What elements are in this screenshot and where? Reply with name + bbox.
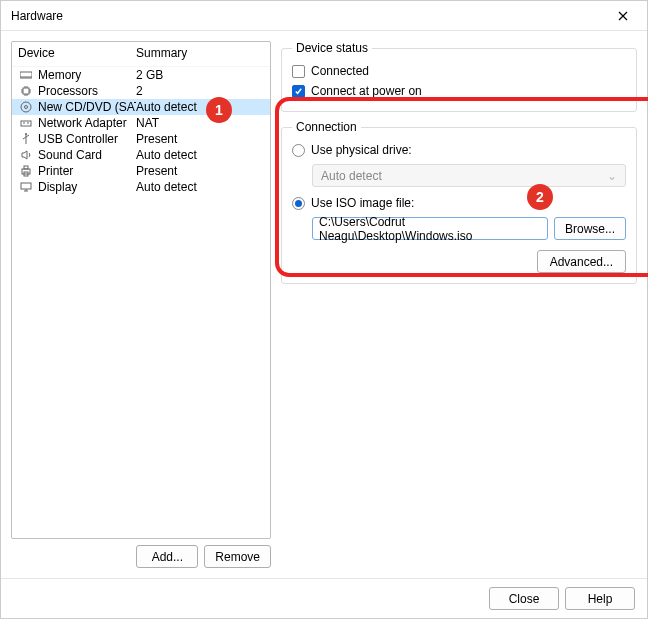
list-header: Device Summary [12,42,270,67]
close-button[interactable]: Close [489,587,559,610]
bottom-bar: Close Help [1,578,647,618]
row-memory[interactable]: Memory 2 GB [12,67,270,83]
usb-icon [18,131,34,147]
use-iso-label: Use ISO image file: [311,196,414,210]
device-summary: Present [136,132,264,146]
svg-rect-7 [24,166,28,169]
row-network[interactable]: Network Adapter NAT [12,115,270,131]
connected-label: Connected [311,64,369,78]
svg-rect-9 [21,183,31,189]
device-summary: NAT [136,116,264,130]
col-device-header: Device [18,46,136,60]
physical-drive-select: Auto detect ⌄ [312,164,626,187]
disc-icon [18,99,34,115]
dialog-content: Device Summary Memory 2 GB Processors 2 [1,31,647,578]
printer-icon [18,163,34,179]
device-summary: 2 GB [136,68,264,82]
iso-path-input[interactable]: C:\Users\Codrut Neagu\Desktop\Windows.is… [312,217,548,240]
device-label: Processors [38,84,136,98]
use-iso-row[interactable]: Use ISO image file: [292,193,626,213]
device-label: New CD/DVD (SATA) [38,100,136,114]
device-label: Network Adapter [38,116,136,130]
chevron-down-icon: ⌄ [607,169,617,183]
right-pane: Device status Connected Connect at power… [281,41,637,568]
left-buttons: Add... Remove [11,545,271,568]
svg-rect-1 [23,88,29,94]
close-icon[interactable] [603,2,643,30]
checkbox-unchecked-icon[interactable] [292,65,305,78]
physical-drive-row[interactable]: Use physical drive: [292,140,626,160]
list-body: Memory 2 GB Processors 2 New CD/DVD (SAT… [12,67,270,195]
left-pane: Device Summary Memory 2 GB Processors 2 [11,41,271,568]
svg-point-3 [25,106,28,109]
row-display[interactable]: Display Auto detect [12,179,270,195]
svg-point-5 [25,133,27,135]
device-list: Device Summary Memory 2 GB Processors 2 [11,41,271,539]
checkbox-checked-icon[interactable] [292,85,305,98]
row-processors[interactable]: Processors 2 [12,83,270,99]
svg-rect-0 [20,72,32,77]
connection-group: Connection Use physical drive: Auto dete… [281,120,637,284]
row-usb[interactable]: USB Controller Present [12,131,270,147]
iso-path-value: C:\Users\Codrut Neagu\Desktop\Windows.is… [319,215,541,243]
browse-button[interactable]: Browse... [554,217,626,240]
hardware-dialog: Hardware Device Summary Memory 2 GB [0,0,648,619]
remove-button[interactable]: Remove [204,545,271,568]
help-button[interactable]: Help [565,587,635,610]
advanced-row: Advanced... [292,250,626,273]
svg-point-2 [21,102,31,112]
row-sound[interactable]: Sound Card Auto detect [12,147,270,163]
device-label: Memory [38,68,136,82]
col-summary-header: Summary [136,46,264,60]
row-printer[interactable]: Printer Present [12,163,270,179]
device-status-group: Device status Connected Connect at power… [281,41,637,112]
titlebar: Hardware [1,1,647,31]
poweron-row[interactable]: Connect at power on [292,81,626,101]
radio-checked-icon[interactable] [292,197,305,210]
device-label: Display [38,180,136,194]
radio-unchecked-icon[interactable] [292,144,305,157]
device-label: USB Controller [38,132,136,146]
connection-legend: Connection [292,120,361,134]
display-icon [18,179,34,195]
drive-select-value: Auto detect [321,169,382,183]
add-button[interactable]: Add... [136,545,198,568]
device-status-legend: Device status [292,41,372,55]
memory-icon [18,67,34,83]
window-title: Hardware [11,9,63,23]
poweron-label: Connect at power on [311,84,422,98]
svg-rect-4 [21,121,31,126]
physical-drive-label: Use physical drive: [311,143,412,157]
iso-row: C:\Users\Codrut Neagu\Desktop\Windows.is… [312,217,626,240]
advanced-button[interactable]: Advanced... [537,250,626,273]
network-icon [18,115,34,131]
processor-icon [18,83,34,99]
device-summary: 2 [136,84,264,98]
sound-icon [18,147,34,163]
device-summary: Auto detect [136,100,264,114]
device-summary: Auto detect [136,148,264,162]
connected-row[interactable]: Connected [292,61,626,81]
row-cddvd[interactable]: New CD/DVD (SATA) Auto detect [12,99,270,115]
device-summary: Auto detect [136,180,264,194]
device-label: Sound Card [38,148,136,162]
device-label: Printer [38,164,136,178]
device-summary: Present [136,164,264,178]
